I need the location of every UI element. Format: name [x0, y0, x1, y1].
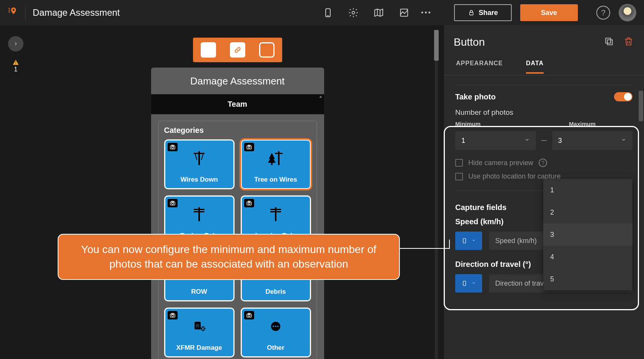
canvas-scrollbar[interactable] — [433, 30, 440, 359]
app-logo[interactable] — [8, 6, 18, 20]
svg-point-44 — [171, 314, 173, 316]
left-rail: 1 — [0, 25, 32, 359]
category-tile[interactable]: Other — [241, 308, 311, 357]
camera-icon — [244, 199, 254, 207]
chevron-down-icon — [471, 237, 476, 244]
max-select[interactable]: 3 — [552, 131, 633, 150]
callout-tip: You can now configure the minimum and ma… — [58, 234, 400, 280]
num-photos-label: Number of photos — [455, 108, 632, 117]
svg-point-20 — [171, 202, 173, 204]
category-glyph — [266, 141, 285, 176]
device-preview-icon[interactable] — [320, 4, 336, 21]
duplicate-button[interactable] — [604, 36, 614, 48]
tab-appearance[interactable]: APPEARANCE — [456, 55, 503, 74]
delete-button[interactable] — [623, 36, 634, 48]
direction-device-chip[interactable] — [455, 274, 482, 293]
chevron-down-icon — [524, 137, 530, 144]
editor-toolbar — [193, 38, 282, 62]
divider — [25, 5, 26, 20]
properties-panel: Button APPEARANCE DATA Take photo Number… — [443, 25, 644, 359]
more-icon[interactable]: ••• — [421, 9, 432, 17]
link-icon — [234, 46, 241, 54]
camera-icon — [244, 311, 254, 319]
canvas: Damage Assessment Team Categories Wires … — [32, 25, 443, 359]
phone-title: Damage Assessment — [151, 68, 324, 94]
svg-rect-4 — [469, 12, 473, 15]
chevron-down-icon — [621, 137, 626, 144]
hide-preview-help-icon[interactable]: ? — [539, 159, 547, 167]
editor-tool-fill[interactable] — [201, 42, 216, 58]
svg-rect-10 — [194, 153, 205, 154]
category-tile[interactable]: Tree on Wires — [241, 139, 311, 189]
warning-count: 1 — [14, 66, 18, 73]
category-name: Debris — [266, 288, 286, 296]
svg-rect-58 — [607, 40, 612, 45]
svg-point-2 — [352, 12, 355, 14]
speed-device-chip[interactable] — [455, 232, 482, 250]
take-photo-toggle[interactable] — [614, 92, 632, 101]
category-tile[interactable]: Wires Down — [164, 139, 235, 189]
max-value: 3 — [558, 137, 562, 145]
svg-point-7 — [171, 146, 173, 148]
callout-text: You can now configure the minimum and ma… — [81, 243, 376, 270]
warnings-badge[interactable]: 1 — [12, 58, 20, 73]
save-button[interactable]: Save — [520, 4, 578, 21]
svg-marker-5 — [319, 96, 322, 98]
hide-preview-label: Hide camera preview — [468, 159, 533, 167]
tab-data[interactable]: DATA — [526, 55, 544, 74]
phone-preview: Damage Assessment Team Categories Wires … — [151, 68, 324, 359]
category-tile[interactable]: 田XFMR Damage — [164, 308, 235, 357]
camera-icon — [168, 311, 178, 319]
hide-preview-checkbox[interactable] — [455, 159, 463, 167]
svg-point-52 — [248, 314, 250, 316]
dropdown-option[interactable]: 4 — [543, 246, 632, 268]
category-glyph: 田 — [190, 309, 208, 344]
layers-icon[interactable] — [396, 4, 413, 21]
svg-point-57 — [277, 326, 279, 327]
categories-label: Categories — [164, 126, 311, 135]
avatar[interactable] — [619, 4, 636, 22]
svg-rect-23 — [194, 209, 205, 210]
team-header[interactable]: Team — [151, 94, 324, 114]
min-select[interactable]: 1 — [455, 131, 536, 150]
category-name: Tree on Wires — [254, 176, 297, 184]
team-label: Team — [228, 100, 247, 108]
panel-title: Button — [454, 36, 485, 48]
callout-connector — [400, 248, 450, 249]
share-button[interactable]: Share — [454, 4, 512, 21]
dropdown-option[interactable]: 3 — [543, 223, 632, 246]
min-value: 1 — [461, 137, 465, 145]
expand-button[interactable] — [8, 36, 23, 51]
phone-icon — [461, 237, 468, 245]
category-glyph — [190, 141, 208, 176]
gear-icon[interactable] — [345, 4, 362, 21]
map-icon[interactable] — [370, 4, 387, 21]
camera-icon — [244, 143, 254, 151]
team-scroll-icon — [318, 94, 323, 100]
editor-tool-link[interactable] — [230, 42, 245, 58]
top-bar: Damage Assessment ••• Share Save ? — [0, 0, 644, 25]
dropdown-option[interactable]: 1 — [543, 179, 632, 201]
help-icon[interactable]: ? — [596, 6, 610, 20]
editor-tool-outline[interactable] — [259, 42, 275, 58]
category-glyph — [190, 197, 208, 232]
svg-point-55 — [273, 326, 274, 327]
lock-icon — [468, 9, 475, 16]
min-label: Minimum — [455, 121, 481, 127]
svg-rect-30 — [270, 211, 281, 212]
warning-icon — [12, 58, 20, 66]
use-photo-loc-checkbox[interactable] — [455, 173, 463, 180]
tab-data-label: DATA — [526, 60, 544, 66]
camera-icon — [168, 199, 178, 207]
category-name: Other — [267, 344, 284, 352]
category-name: XFMR Damage — [176, 344, 222, 352]
dropdown-option[interactable]: 2 — [543, 201, 632, 223]
camera-icon — [168, 143, 178, 151]
category-glyph — [266, 197, 285, 232]
take-photo-label: Take photo — [455, 93, 496, 101]
category-glyph — [266, 309, 285, 344]
svg-point-56 — [275, 326, 276, 327]
max-dropdown[interactable]: 12345 — [543, 179, 632, 290]
dropdown-option[interactable]: 5 — [543, 268, 632, 290]
svg-rect-24 — [194, 211, 205, 212]
